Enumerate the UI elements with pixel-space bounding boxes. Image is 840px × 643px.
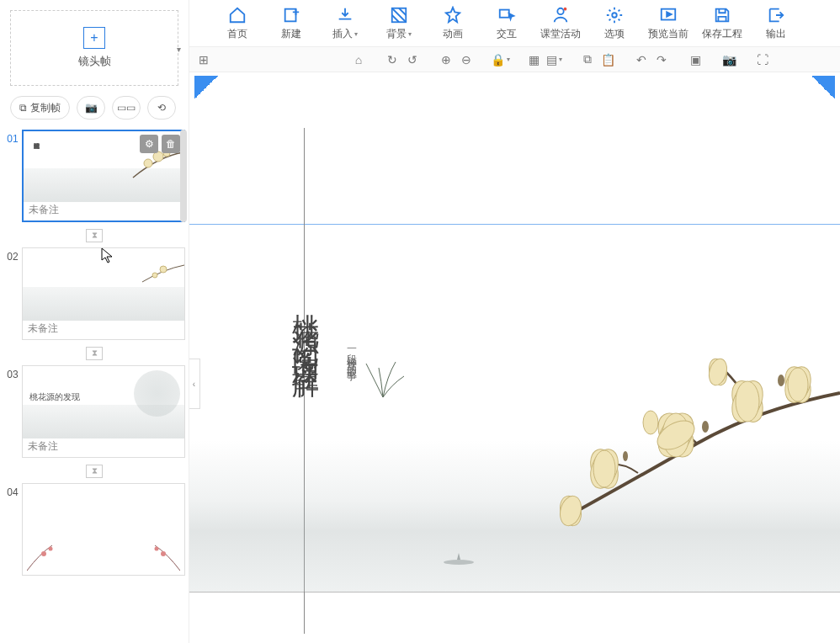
- undo2-button[interactable]: ↶: [633, 51, 650, 68]
- redo-icon: ↷: [657, 53, 667, 66]
- mini-branch: [117, 257, 184, 299]
- snapshot-button[interactable]: 📷: [720, 51, 737, 68]
- camera-button[interactable]: 📷: [77, 96, 105, 120]
- transition-indicator[interactable]: ⧗: [86, 465, 103, 478]
- slide-thumb-03[interactable]: 03 桃花源的发现 未备注: [3, 365, 185, 458]
- grid-button[interactable]: ▦: [525, 51, 542, 68]
- align-icon: ▤: [546, 53, 557, 66]
- link-button[interactable]: ⟲: [147, 96, 176, 120]
- svg-point-18: [788, 368, 808, 401]
- settings-icon: [604, 5, 625, 25]
- undo-icon: ↶: [636, 53, 646, 66]
- svg-point-21: [736, 381, 759, 422]
- zoom-in-icon: ⊕: [441, 53, 451, 66]
- undo-icon: ↺: [407, 53, 417, 66]
- svg-point-1: [144, 159, 152, 167]
- copy-button[interactable]: ⧉: [579, 51, 596, 68]
- slide-number: 02: [3, 247, 22, 340]
- magnolia-branch: [486, 343, 840, 528]
- interaction-icon: [497, 5, 517, 25]
- slide-thumb-04[interactable]: 04: [3, 483, 185, 576]
- tb-new[interactable]: 新建: [264, 0, 318, 47]
- svg-point-36: [623, 451, 628, 461]
- props-icon: ▣: [690, 53, 701, 66]
- chevron-down-icon: ▾: [408, 30, 412, 38]
- link-icon: ⟲: [157, 102, 166, 114]
- tb-settings[interactable]: 选项: [587, 0, 641, 47]
- slide-thumbnails: 01 桃花源记阅读理解 ⚙ 🗑 未备注 ⧗ 02: [0, 130, 189, 643]
- slide-number: 01: [3, 130, 22, 222]
- tb-home[interactable]: 首页: [210, 0, 264, 47]
- tb-label: 交互: [497, 27, 517, 41]
- mini-title: 桃花源的发现: [29, 391, 80, 403]
- tb-activity[interactable]: 课堂活动: [534, 0, 587, 47]
- slide-thumb-01[interactable]: 01 桃花源记阅读理解 ⚙ 🗑 未备注: [3, 130, 185, 222]
- svg-point-34: [778, 375, 784, 386]
- slide-thumb-02[interactable]: 02 未备注: [3, 247, 185, 340]
- copy-icon: ⧉: [583, 52, 592, 66]
- svg-point-35: [702, 421, 709, 433]
- svg-point-3: [160, 266, 167, 273]
- svg-rect-11: [500, 10, 509, 18]
- tb-label: 首页: [227, 27, 247, 41]
- canvas-area[interactable]: ‹ 桃花源记阅读理解 一段神奇的故事: [189, 72, 840, 643]
- zoom-in-button[interactable]: ⊕: [438, 51, 455, 68]
- svg-point-14: [612, 13, 617, 18]
- ruler-button[interactable]: ⊞: [195, 51, 212, 68]
- background-icon: [389, 5, 409, 25]
- tb-background[interactable]: 背景▾: [372, 0, 426, 47]
- copy-frame-label: 复制帧: [30, 101, 61, 115]
- redo2-button[interactable]: ↷: [653, 51, 670, 68]
- transition-indicator[interactable]: ⧗: [86, 347, 103, 360]
- tb-label: 动画: [443, 27, 463, 41]
- undo-button[interactable]: ↺: [404, 51, 421, 68]
- zoom-out-button[interactable]: ⊖: [458, 51, 475, 68]
- svg-point-4: [152, 273, 157, 278]
- fullscreen-icon: ⛶: [757, 53, 768, 66]
- tb-animation[interactable]: 动画: [426, 0, 480, 47]
- camera-frame-add[interactable]: + 镜头帧 ▾: [10, 10, 178, 86]
- home-small-button[interactable]: ⌂: [350, 51, 367, 68]
- camera-icon: 📷: [722, 53, 736, 66]
- trash-icon: 🗑: [166, 138, 176, 150]
- tb-label: 保存工程: [702, 27, 742, 41]
- camera-icon: 📷: [85, 102, 98, 114]
- thumb-settings-button[interactable]: ⚙: [140, 135, 158, 153]
- chevron-down-icon: ▾: [507, 56, 510, 63]
- fullscreen-button[interactable]: ⛶: [754, 51, 771, 68]
- svg-point-33: [557, 494, 584, 528]
- chevron-down-icon: ▾: [177, 45, 181, 54]
- home-icon: ⌂: [355, 53, 362, 66]
- paste-icon: 📋: [601, 53, 615, 66]
- svg-point-28: [643, 411, 658, 434]
- grid-icon: ▭▭: [117, 102, 136, 114]
- svg-point-37: [444, 560, 474, 565]
- tb-save[interactable]: 保存工程: [695, 0, 749, 47]
- tb-insert[interactable]: 插入▾: [318, 0, 372, 47]
- insert-icon: [335, 5, 355, 25]
- lock-button[interactable]: 🔒▾: [492, 51, 508, 68]
- mini-blossom: [27, 537, 69, 571]
- active-slide[interactable]: 桃花源记阅读理解 一段神奇的故事: [189, 224, 840, 593]
- slide-card: [22, 483, 185, 576]
- align-button[interactable]: ▤▾: [545, 51, 562, 68]
- paste-button[interactable]: 📋: [599, 51, 616, 68]
- props-button[interactable]: ▣: [687, 51, 704, 68]
- copy-frame-button[interactable]: ⧉ 复制帧: [10, 96, 70, 120]
- thumb-delete-button[interactable]: 🗑: [162, 135, 180, 153]
- slide-title[interactable]: 桃花源记阅读理解: [287, 292, 324, 359]
- thumbnail-scrollbar[interactable]: [180, 130, 187, 222]
- svg-point-6: [49, 547, 53, 551]
- redo-button[interactable]: ↻: [384, 51, 401, 68]
- export-icon: [766, 5, 786, 25]
- svg-point-8: [155, 547, 159, 551]
- tb-preview[interactable]: 预览当前: [641, 0, 695, 47]
- tb-label: 课堂活动: [540, 27, 581, 41]
- layout-button[interactable]: ▭▭: [112, 96, 141, 120]
- tb-interaction[interactable]: 交互: [480, 0, 534, 47]
- grid-icon: ▦: [529, 53, 540, 66]
- tb-label: 输出: [766, 27, 786, 41]
- slide-subtitle[interactable]: 一段神奇的故事: [344, 343, 359, 366]
- tb-export[interactable]: 输出: [749, 0, 803, 47]
- transition-indicator[interactable]: ⧗: [86, 229, 103, 242]
